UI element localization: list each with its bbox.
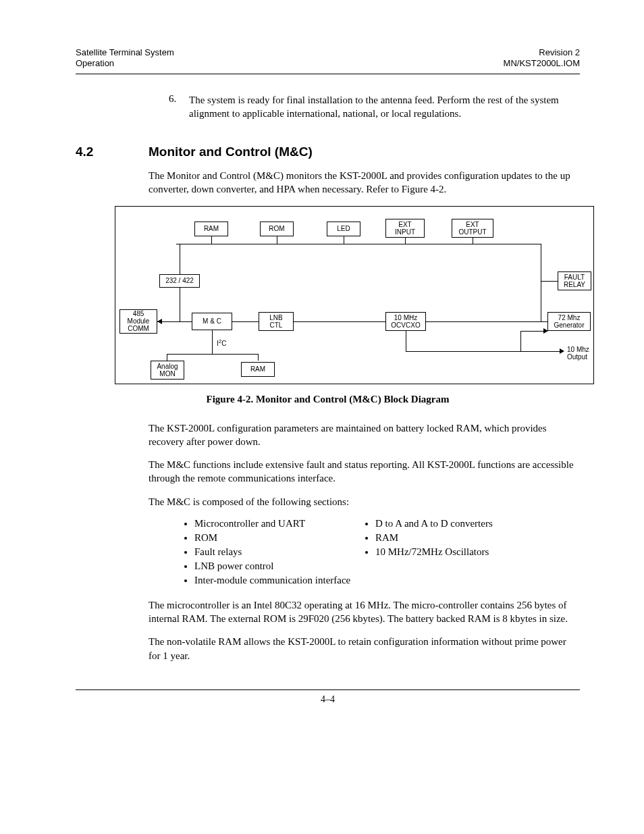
list-item: ROM [194,532,360,544]
bullet-list: Microcontroller and UART ROM Fault relay… [180,518,360,586]
connector [520,331,521,351]
box-lnb-ctl: LNB CTL [259,312,294,331]
box-ext-output: EXT OUTPUT [452,219,493,238]
list-item-text: The system is ready for final installati… [189,93,580,121]
header-left-line2: Operation [76,58,174,69]
footer-rule [76,689,580,690]
paragraph: The Monitor and Control (M&C) monitors t… [149,169,580,197]
list-item-number: 6. [169,93,189,121]
figure-4-2: RAM ROM LED EXT INPUT EXT OUTPUT FAULT R… [115,206,593,384]
connector [541,244,541,322]
box-232-422: 232 / 422 [159,274,200,288]
label: RAM [204,225,219,232]
block-diagram: RAM ROM LED EXT INPUT EXT OUTPUT FAULT R… [115,206,594,384]
bullet-col-left: Microcontroller and UART ROM Fault relay… [180,518,360,589]
section-title: Monitor and Control (M&C) [149,145,313,159]
box-led: LED [327,221,360,236]
header-right: Revision 2 MN/KST2000L.IOM [504,47,580,70]
paragraph: The M&C is composed of the following sec… [149,495,580,509]
connector [541,281,558,282]
body-column: 6. The system is ready for final install… [149,93,580,121]
label-i2c: I2C [217,339,226,347]
box-rom: ROM [260,221,294,236]
header-right-line1: Revision 2 [504,47,580,58]
label: EXT OUTPUT [458,221,486,236]
section-heading: 4.2 Monitor and Control (M&C) [76,145,580,159]
bullet-columns: Microcontroller and UART ROM Fault relay… [180,518,580,589]
label: LNB CTL [269,314,282,329]
list-item: RAM [375,532,580,544]
box-72mhz-gen: 72 Mhz Generator [547,312,591,331]
box-analog-mon: Analog MON [151,361,184,380]
connector [406,351,561,352]
arrow-icon [157,319,162,324]
header-rule [76,74,580,74]
box-mc: M & C [192,313,232,330]
list-item-6: 6. The system is ready for final install… [169,93,580,121]
label: M & C [203,317,221,325]
page: Satellite Terminal System Operation Revi… [0,0,644,834]
list-item: Fault relays [194,546,360,558]
connector [176,244,180,244]
connector [212,330,213,354]
connector [473,238,473,244]
box-10mhz-ocvcxo: 10 MHz OCVCXO [385,312,426,331]
connector [405,238,406,244]
bus-top [176,244,541,244]
label-10mhz-output: 10 Mhz Output [567,346,589,361]
label: ROM [269,225,284,232]
paragraph: The microcontroller is an Intel 80C32 op… [149,598,580,626]
page-header: Satellite Terminal System Operation Revi… [76,47,580,70]
box-485-module: 485 Module COMM [119,309,157,334]
connector [541,321,547,322]
connector [180,244,180,274]
label: 485 Module COMM [128,310,150,332]
box-ext-input: EXT INPUT [385,219,425,238]
list-item: Inter-module communication interface [194,575,360,586]
box-ram2: RAM [241,362,275,377]
box-fault-relay: FAULT RELAY [558,271,591,290]
connector [211,236,212,244]
bullet-col-right: D to A and A to D converters RAM 10 MHz/… [360,518,580,589]
figure-caption: Figure 4-2. Monitor and Control (M&C) Bl… [76,394,580,405]
paragraph: The M&C functions include extensive faul… [149,458,580,486]
connector [167,354,167,361]
paragraph: The KST-2000L configuration parameters a… [149,421,580,449]
arrow-icon [543,328,548,334]
list-item: D to A and A to D converters [375,518,580,529]
header-left-line1: Satellite Terminal System [76,47,174,58]
label: Analog MON [157,363,178,377]
list-item: 10 MHz/72MHz Oscillators [375,546,580,558]
label: 72 Mhz Generator [554,314,584,329]
body-column: The KST-2000L configuration parameters a… [149,421,580,662]
label: 232 / 422 [165,277,194,284]
connector [258,354,259,361]
header-left: Satellite Terminal System Operation [76,47,174,70]
section-number: 4.2 [76,145,149,159]
list-item: LNB power control [194,561,360,572]
label: RAM [250,365,265,373]
label: EXT INPUT [395,221,415,236]
connector [344,236,344,244]
connector [406,331,406,351]
paragraph: The non-volatile RAM allows the KST-2000… [149,635,580,662]
label: 10 MHz OCVCXO [391,314,420,329]
arrow-icon [560,348,564,354]
box-ram: RAM [194,221,228,236]
connector [277,236,277,244]
page-number: 4–4 [76,694,580,705]
bullet-list: D to A and A to D converters RAM 10 MHz/… [360,518,580,558]
label: FAULT RELAY [564,273,585,288]
label: LED [337,225,350,232]
header-right-line2: MN/KST2000L.IOM [504,58,580,69]
connector [180,288,180,321]
list-item: Microcontroller and UART [194,518,360,529]
body-column: The Monitor and Control (M&C) monitors t… [149,169,580,197]
bus-lower [167,354,258,355]
